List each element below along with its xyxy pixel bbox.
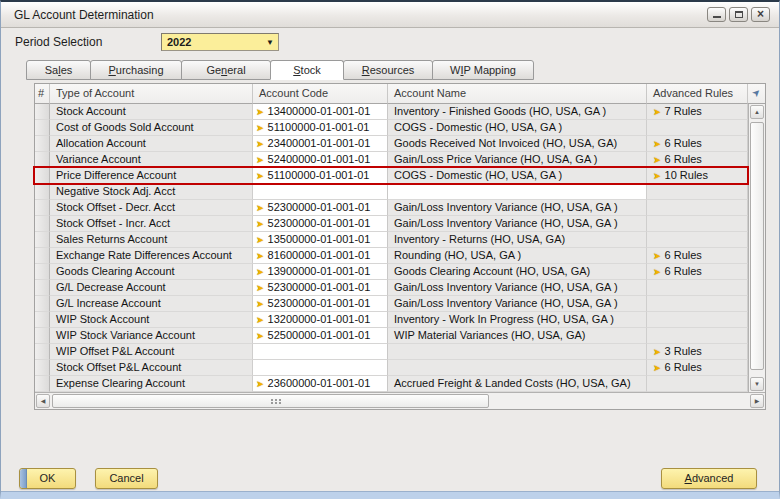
row-selector-cell[interactable] <box>35 200 50 216</box>
link-arrow-icon[interactable]: ➤ <box>653 267 661 277</box>
type-of-account-cell[interactable]: WIP Offset P&L Account <box>50 344 253 360</box>
advanced-rules-cell[interactable]: ➤6 Rules <box>647 248 748 264</box>
table-row[interactable]: Sales Returns Account ➤13500000-01-001-0… <box>35 232 748 248</box>
table-row[interactable]: WIP Stock Account ➤13200000-01-001-01 In… <box>35 312 748 328</box>
account-name-cell[interactable]: COGS - Domestic (HO, USA, GA ) <box>388 120 647 136</box>
account-code-cell[interactable]: ➤23600000-01-001-01 <box>253 376 388 392</box>
account-code-cell[interactable]: ➤52300000-01-001-01 <box>253 280 388 296</box>
period-select[interactable]: 2022 ▼ <box>161 33 279 51</box>
row-selector-cell[interactable] <box>35 280 50 296</box>
type-of-account-cell[interactable]: Stock Offset - Incr. Acct <box>50 216 253 232</box>
row-selector-cell[interactable] <box>35 232 50 248</box>
link-arrow-icon[interactable]: ➤ <box>256 267 264 277</box>
link-arrow-icon[interactable]: ➤ <box>256 139 264 149</box>
account-name-cell[interactable]: COGS - Domestic (HO, USA, GA ) <box>388 168 647 184</box>
link-arrow-icon[interactable]: ➤ <box>653 107 661 117</box>
link-arrow-icon[interactable]: ➤ <box>653 155 661 165</box>
scroll-left-button[interactable]: ◀ <box>36 394 50 408</box>
advanced-button[interactable]: Advanced <box>661 468 757 489</box>
table-row[interactable]: G/L Decrease Account ➤52300000-01-001-01… <box>35 280 748 296</box>
row-selector-cell[interactable] <box>35 152 50 168</box>
type-of-account-cell[interactable]: Stock Offset - Decr. Acct <box>50 200 253 216</box>
link-arrow-icon[interactable]: ➤ <box>653 139 661 149</box>
account-name-cell[interactable]: Gain/Loss Inventory Variance (HO, USA, G… <box>388 296 647 312</box>
account-name-cell[interactable]: Gain/Loss Inventory Variance (HO, USA, G… <box>388 200 647 216</box>
advanced-rules-cell[interactable]: ➤10 Rules <box>647 168 748 184</box>
row-selector-cell[interactable] <box>35 120 50 136</box>
maximize-button[interactable] <box>729 7 748 22</box>
ok-button[interactable]: OK <box>19 468 76 489</box>
scroll-down-button[interactable]: ▼ <box>750 377 764 391</box>
link-arrow-icon[interactable]: ➤ <box>256 283 264 293</box>
type-of-account-cell[interactable]: Allocation Account <box>50 136 253 152</box>
tab-resources[interactable]: Resources <box>343 60 433 80</box>
advanced-rules-cell[interactable]: ➤ <box>647 184 748 200</box>
account-name-cell[interactable] <box>388 344 647 360</box>
type-of-account-cell[interactable]: Variance Account <box>50 152 253 168</box>
account-code-cell[interactable]: ➤ <box>253 360 388 376</box>
vertical-scrollbar-thumb[interactable] <box>750 122 764 370</box>
horizontal-scrollbar-thumb[interactable] <box>52 394 489 408</box>
type-of-account-cell[interactable]: Cost of Goods Sold Account <box>50 120 253 136</box>
account-code-cell[interactable]: ➤52300000-01-001-01 <box>253 200 388 216</box>
account-name-cell[interactable]: Inventory - Finished Goods (HO, USA, GA … <box>388 104 647 120</box>
table-row[interactable]: Exchange Rate Differences Account ➤81600… <box>35 248 748 264</box>
row-selector-cell[interactable] <box>35 248 50 264</box>
account-code-cell[interactable]: ➤81600000-01-001-01 <box>253 248 388 264</box>
account-code-cell[interactable]: ➤23400001-01-001-01 <box>253 136 388 152</box>
account-name-cell[interactable]: Gain/Loss Inventory Variance (HO, USA, G… <box>388 280 647 296</box>
link-arrow-icon[interactable]: ➤ <box>256 107 264 117</box>
table-row[interactable]: Cost of Goods Sold Account ➤51100000-01-… <box>35 120 748 136</box>
row-selector-cell[interactable] <box>35 360 50 376</box>
advanced-rules-cell[interactable]: ➤ <box>647 120 748 136</box>
table-row[interactable]: Negative Stock Adj. Acct ➤ ➤ <box>35 184 748 200</box>
table-row[interactable]: Stock Offset - Decr. Acct ➤52300000-01-0… <box>35 200 748 216</box>
row-selector-cell[interactable] <box>35 296 50 312</box>
type-of-account-cell[interactable]: Sales Returns Account <box>50 232 253 248</box>
account-name-cell[interactable] <box>388 360 647 376</box>
table-row[interactable]: Goods Clearing Account ➤13900000-01-001-… <box>35 264 748 280</box>
account-name-cell[interactable]: WIP Material Variances (HO, USA, GA) <box>388 328 647 344</box>
account-code-cell[interactable]: ➤13500000-01-001-01 <box>253 232 388 248</box>
advanced-rules-cell[interactable]: ➤ <box>647 328 748 344</box>
tab-general[interactable]: General <box>181 60 271 80</box>
account-name-cell[interactable]: Goods Clearing Account (HO, USA, GA) <box>388 264 647 280</box>
advanced-rules-cell[interactable]: ➤6 Rules <box>647 152 748 168</box>
table-row[interactable]: WIP Offset P&L Account ➤ ➤3 Rules <box>35 344 748 360</box>
table-row[interactable]: Stock Offset P&L Account ➤ ➤6 Rules <box>35 360 748 376</box>
account-name-cell[interactable]: Gain/Loss Inventory Variance (HO, USA, G… <box>388 216 647 232</box>
account-code-cell[interactable]: ➤51100000-01-001-01 <box>253 168 388 184</box>
table-row[interactable]: Price Difference Account ➤51100000-01-00… <box>35 168 748 184</box>
advanced-rules-cell[interactable]: ➤ <box>647 200 748 216</box>
link-arrow-icon[interactable]: ➤ <box>256 251 264 261</box>
titlebar[interactable]: GL Account Determination × <box>1 2 779 28</box>
row-selector-cell[interactable] <box>35 376 50 392</box>
link-arrow-icon[interactable]: ➤ <box>653 171 661 181</box>
type-of-account-cell[interactable]: Stock Account <box>50 104 253 120</box>
account-code-cell[interactable]: ➤52500000-01-001-01 <box>253 328 388 344</box>
account-code-cell[interactable]: ➤13900000-01-001-01 <box>253 264 388 280</box>
link-arrow-icon[interactable]: ➤ <box>256 315 264 325</box>
type-of-account-cell[interactable]: Expense Clearing Account <box>50 376 253 392</box>
link-arrow-icon[interactable]: ➤ <box>256 331 264 341</box>
table-row[interactable]: Allocation Account ➤23400001-01-001-01 G… <box>35 136 748 152</box>
account-code-cell[interactable]: ➤ <box>253 344 388 360</box>
row-selector-cell[interactable] <box>35 136 50 152</box>
scroll-up-button[interactable]: ▲ <box>750 105 764 119</box>
row-selector-cell[interactable] <box>35 328 50 344</box>
advanced-rules-cell[interactable]: ➤6 Rules <box>647 136 748 152</box>
account-code-cell[interactable]: ➤13200000-01-001-01 <box>253 312 388 328</box>
type-of-account-cell[interactable]: Negative Stock Adj. Acct <box>50 184 253 200</box>
account-name-cell[interactable]: Inventory - Work In Progress (HO, USA, G… <box>388 312 647 328</box>
link-arrow-icon[interactable]: ➤ <box>256 155 264 165</box>
type-of-account-cell[interactable]: WIP Stock Account <box>50 312 253 328</box>
advanced-rules-cell[interactable]: ➤3 Rules <box>647 344 748 360</box>
account-code-cell[interactable]: ➤52300000-01-001-01 <box>253 216 388 232</box>
row-selector-cell[interactable] <box>35 312 50 328</box>
link-arrow-icon[interactable]: ➤ <box>256 299 264 309</box>
row-selector-cell[interactable] <box>35 168 50 184</box>
minimize-button[interactable] <box>707 7 726 22</box>
horizontal-scrollbar[interactable]: ◀ ▶ <box>35 392 765 409</box>
advanced-rules-cell[interactable]: ➤6 Rules <box>647 360 748 376</box>
account-name-cell[interactable]: Inventory - Returns (HO, USA, GA) <box>388 232 647 248</box>
